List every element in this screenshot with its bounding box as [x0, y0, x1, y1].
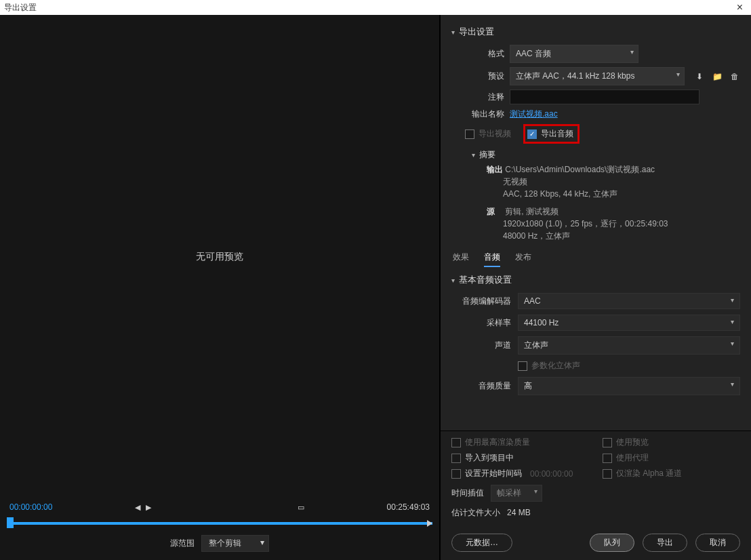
summary-source-line1: 剪辑, 测试视频 — [505, 207, 559, 216]
import-project-checkbox[interactable] — [451, 454, 461, 463]
output-name-label: 输出名称 — [465, 108, 504, 120]
summary-output-line2: 无视频 — [503, 177, 527, 186]
delete-preset-icon[interactable]: 🗑 — [729, 71, 740, 82]
audio-codec-label: 音频编解码器 — [451, 296, 511, 307]
summary-header[interactable]: ▾ 摘要 — [472, 149, 740, 161]
crop-icon[interactable]: ▭ — [298, 503, 304, 512]
timecode-start[interactable]: 00:00:00:00 — [9, 502, 52, 512]
time-interp-label: 时间插值 — [451, 487, 484, 499]
max-quality-checkbox[interactable] — [451, 438, 461, 447]
preset-select[interactable]: 立体声 AAC，44.1 kHz 128 kbps — [510, 67, 685, 85]
summary-source-label: 源 — [487, 205, 503, 218]
est-size-label: 估计文件大小 — [451, 508, 500, 517]
set-start-tc-label: 设置开始时间码 — [465, 468, 522, 479]
sample-rate-select[interactable]: 44100 Hz — [518, 315, 740, 331]
tab-publish[interactable]: 发布 — [515, 249, 531, 267]
sample-rate-label: 采样率 — [451, 317, 511, 329]
set-start-tc-checkbox[interactable] — [451, 469, 461, 479]
use-proxy-label: 使用代理 — [616, 452, 649, 464]
output-name-link[interactable]: 测试视频.aac — [510, 108, 558, 120]
use-preview-checkbox[interactable] — [603, 438, 612, 447]
audio-quality-select[interactable]: 高 — [518, 377, 740, 395]
preview-placeholder: 无可用预览 — [196, 251, 243, 263]
summary-output-line3: AAC, 128 Kbps, 44 kHz, 立体声 — [503, 189, 617, 199]
use-preview-label: 使用预览 — [616, 437, 649, 448]
timeline-slider[interactable] — [7, 516, 432, 531]
export-audio-checkbox[interactable]: ✓ — [527, 129, 537, 139]
channel-select[interactable]: 立体声 — [518, 336, 740, 355]
export-audio-label: 导出音频 — [541, 128, 573, 140]
titlebar: 导出设置 × — [0, 0, 751, 15]
queue-button[interactable]: 队列 — [590, 534, 634, 552]
out-point-icon[interactable]: ▶ — [146, 503, 151, 512]
export-audio-highlight: ✓ 导出音频 — [523, 124, 580, 144]
end-marker-icon[interactable] — [427, 520, 432, 527]
render-alpha-checkbox[interactable] — [603, 469, 612, 479]
export-video-label: 导出视频 — [479, 128, 511, 140]
preview-area: 无可用预览 — [0, 15, 439, 498]
comment-input[interactable] — [510, 89, 699, 104]
preview-panel: 无可用预览 00:00:00:00 ◀ ▶ ▭ 00:25:49:03 源范围 — [0, 15, 441, 560]
in-point-icon[interactable]: ◀ — [135, 503, 140, 512]
render-alpha-label: 仅渲染 Alpha 通道 — [616, 468, 682, 479]
audio-settings-header[interactable]: ▾ 基本音频设置 — [451, 274, 740, 286]
audio-codec-select[interactable]: AAC — [518, 293, 740, 309]
summary-output-path: C:\Users\Admin\Downloads\测试视频.aac — [505, 165, 655, 174]
chevron-down-icon: ▾ — [451, 28, 455, 36]
audio-quality-label: 音频质量 — [451, 380, 511, 392]
tab-effects[interactable]: 效果 — [453, 249, 469, 267]
import-project-label: 导入到项目中 — [465, 452, 514, 464]
comment-label: 注释 — [465, 92, 504, 103]
import-preset-icon[interactable]: 📁 — [712, 71, 723, 82]
est-size-value: 24 MB — [507, 508, 531, 517]
surround-checkbox[interactable] — [518, 361, 527, 371]
time-interp-select[interactable]: 帧采样 — [491, 485, 542, 502]
metadata-button[interactable]: 元数据… — [451, 534, 512, 552]
export-settings-header[interactable]: ▾ 导出设置 — [451, 26, 740, 38]
export-video-checkbox — [465, 129, 474, 139]
window-title: 导出设置 — [4, 2, 37, 14]
format-label: 格式 — [465, 48, 504, 60]
tab-audio[interactable]: 音频 — [484, 249, 500, 267]
cancel-button[interactable]: 取消 — [695, 534, 740, 552]
summary-source-line3: 48000 Hz，立体声 — [503, 231, 570, 241]
chevron-down-icon: ▾ — [472, 151, 475, 159]
timecode-end: 00:25:49:03 — [387, 502, 430, 512]
surround-label: 参数化立体声 — [531, 360, 580, 372]
chevron-down-icon: ▾ — [451, 277, 455, 284]
use-proxy-checkbox[interactable] — [603, 454, 612, 463]
export-button[interactable]: 导出 — [643, 534, 687, 552]
max-quality-label: 使用最高渲染质量 — [465, 437, 530, 448]
start-tc-value: 00:00:00:00 — [530, 469, 573, 479]
format-select[interactable]: AAC 音频 — [510, 45, 638, 63]
close-icon[interactable]: × — [733, 1, 747, 14]
save-preset-icon[interactable]: ⬇ — [694, 71, 705, 82]
summary-source-line2: 1920x1080 (1.0)，25 fps，逐行，00:25:49:03 — [503, 219, 668, 228]
source-range-select[interactable]: 整个剪辑 — [201, 535, 269, 552]
source-range-label: 源范围 — [170, 538, 195, 549]
summary-output-label: 输出 — [487, 163, 503, 176]
playhead-icon[interactable] — [7, 517, 14, 528]
channel-label: 声道 — [451, 340, 511, 351]
preset-label: 预设 — [465, 71, 504, 82]
